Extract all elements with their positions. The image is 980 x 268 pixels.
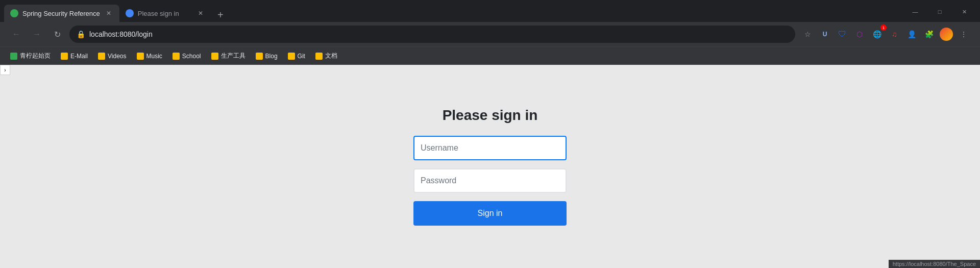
- password-input[interactable]: [413, 168, 567, 193]
- bookmark-email[interactable]: E-Mail: [57, 51, 92, 62]
- bookmark-favicon-blog: [256, 53, 263, 60]
- avatar-button[interactable]: [938, 26, 954, 42]
- refresh-button[interactable]: ↻: [49, 26, 65, 42]
- bookmark-favicon-music: [137, 53, 144, 60]
- status-bar: https://localhost:8080/The_Space: [889, 260, 980, 268]
- forward-button[interactable]: →: [29, 26, 45, 42]
- tab-bar: Spring Security Reference ✕ Please sign …: [0, 0, 980, 22]
- bookmark-favicon-tools: [211, 53, 218, 60]
- back-button[interactable]: ←: [8, 26, 24, 42]
- sidebar-toggle[interactable]: ›: [0, 65, 10, 75]
- tab2-favicon: [126, 9, 134, 17]
- proxy-icon[interactable]: ⬡: [851, 26, 868, 42]
- bookmark-label-blog: Blog: [265, 53, 278, 60]
- bookmark-label-git: Git: [298, 53, 305, 60]
- tab2-close[interactable]: ✕: [196, 9, 205, 18]
- bookmark-label-tools: 生产工具: [221, 52, 246, 60]
- profile-icon[interactable]: U: [817, 26, 833, 42]
- toolbar-icons: ☆ U 🛡 ⬡ 🌐 1 ♫ 👤 🧩 ⋮: [799, 26, 972, 42]
- user-avatar: [940, 28, 953, 41]
- bookmark-favicon-videos: [98, 53, 105, 60]
- window-controls: — □ ✕: [903, 4, 976, 22]
- tab1-label: Spring Security Reference: [22, 10, 100, 17]
- bookmark-school[interactable]: School: [168, 51, 205, 62]
- tab-spring-security[interactable]: Spring Security Reference ✕: [4, 5, 119, 22]
- sign-in-button[interactable]: Sign in: [413, 201, 567, 226]
- login-container: Please sign in Sign in: [413, 107, 567, 226]
- new-tab-button[interactable]: +: [213, 8, 228, 22]
- bookmark-label-email: E-Mail: [70, 53, 88, 60]
- bookmark-label-qingning: 青柠起始页: [20, 52, 51, 60]
- bookmark-music[interactable]: Music: [133, 51, 166, 62]
- browser-chrome: Spring Security Reference ✕ Please sign …: [0, 0, 980, 65]
- bookmark-favicon-email: [61, 53, 68, 60]
- maximize-button[interactable]: □: [928, 4, 951, 20]
- tab2-label: Please sign in: [138, 10, 192, 17]
- page-content: › Please sign in Sign in https://localho…: [0, 65, 980, 268]
- lock-icon: 🔒: [77, 30, 85, 38]
- bookmarks-bar: 青柠起始页 E-Mail Videos Music School 生产工具 Bl…: [0, 46, 980, 65]
- badge-icon[interactable]: 🌐 1: [869, 26, 885, 42]
- close-button[interactable]: ✕: [952, 4, 976, 20]
- tab-please-sign-in[interactable]: Please sign in ✕: [119, 5, 211, 22]
- bookmark-qingning[interactable]: 青柠起始页: [6, 50, 55, 62]
- tab1-favicon: [10, 9, 18, 17]
- url-bar[interactable]: 🔒 localhost:8080/login: [69, 26, 795, 43]
- netease-icon[interactable]: ♫: [886, 26, 902, 42]
- bookmark-label-music: Music: [146, 53, 162, 60]
- bookmark-videos[interactable]: Videos: [94, 51, 130, 62]
- bookmark-favicon-qingning: [10, 53, 17, 60]
- menu-button[interactable]: ⋮: [955, 26, 972, 42]
- username-input[interactable]: [413, 136, 567, 160]
- bookmark-label-docs: 文档: [325, 52, 337, 60]
- extensions-button[interactable]: 🧩: [921, 26, 937, 42]
- bookmark-blog[interactable]: Blog: [252, 51, 282, 62]
- minimize-button[interactable]: —: [903, 4, 927, 20]
- bookmark-favicon-school: [173, 53, 180, 60]
- bookmark-label-school: School: [182, 53, 201, 60]
- bookmark-label-videos: Videos: [108, 53, 126, 60]
- page-title: Please sign in: [443, 107, 538, 124]
- bookmark-favicon-docs: [315, 53, 323, 60]
- bookmark-git[interactable]: Git: [284, 51, 309, 62]
- bitwarden-icon[interactable]: 🛡: [834, 26, 850, 42]
- bookmark-docs[interactable]: 文档: [311, 50, 341, 62]
- bookmark-favicon-git: [288, 53, 295, 60]
- address-bar: ← → ↻ 🔒 localhost:8080/login ☆ U 🛡 ⬡ 🌐 1…: [0, 22, 980, 46]
- addon-icon1[interactable]: 👤: [903, 26, 920, 42]
- bookmark-tools[interactable]: 生产工具: [207, 50, 250, 62]
- star-icon[interactable]: ☆: [799, 26, 816, 42]
- tab1-close[interactable]: ✕: [104, 9, 113, 18]
- url-text: localhost:8080/login: [89, 30, 788, 38]
